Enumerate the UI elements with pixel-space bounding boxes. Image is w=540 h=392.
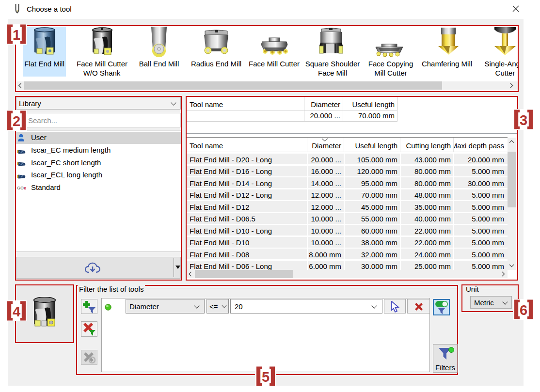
svg-text:2: 2	[13, 113, 20, 129]
svg-text:1: 1	[13, 27, 20, 43]
svg-text:5: 5	[262, 369, 270, 385]
svg-text:6: 6	[520, 302, 527, 318]
svg-text:3: 3	[520, 112, 527, 128]
svg-text:4: 4	[13, 304, 20, 319]
